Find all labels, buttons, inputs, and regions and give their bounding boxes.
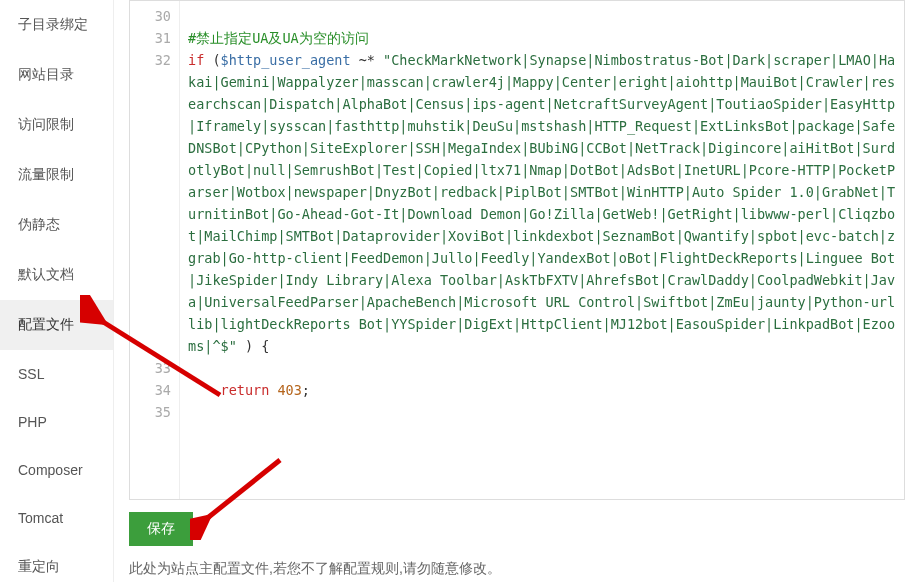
code-line: return 403; [188,379,896,401]
config-editor[interactable]: 303132333435 #禁止指定UA及UA为空的访问if ($http_us… [129,0,905,500]
code-line: if ($http_user_agent ~* "CheckMarkNetwor… [188,49,896,357]
code-line [188,5,896,27]
sidebar-item-composer[interactable]: Composer [0,446,113,494]
code-line: #禁止指定UA及UA为空的访问 [188,27,896,49]
sidebar-item-config-file[interactable]: 配置文件 [0,300,113,350]
line-number: 33 [130,357,171,379]
sidebar-item-redirect[interactable]: 重定向 [0,542,113,582]
line-number: 31 [130,27,171,49]
sidebar-item-traffic-limit[interactable]: 流量限制 [0,150,113,200]
line-number: 32 [130,49,171,357]
sidebar: 子目录绑定 网站目录 访问限制 流量限制 伪静态 默认文档 配置文件 SSL P… [0,0,114,582]
line-numbers: 303132333435 [130,1,180,499]
sidebar-item-site-dir[interactable]: 网站目录 [0,50,113,100]
line-number: 34 [130,379,171,401]
line-number: 30 [130,5,171,27]
sidebar-item-subdir-bind[interactable]: 子目录绑定 [0,0,113,50]
sidebar-item-php[interactable]: PHP [0,398,113,446]
sidebar-item-rewrite[interactable]: 伪静态 [0,200,113,250]
sidebar-item-tomcat[interactable]: Tomcat [0,494,113,542]
note-text: 此处为站点主配置文件,若您不了解配置规则,请勿随意修改。 [129,560,905,578]
sidebar-item-access-limit[interactable]: 访问限制 [0,100,113,150]
save-button[interactable]: 保存 [129,512,193,546]
line-number: 35 [130,401,171,423]
sidebar-item-ssl[interactable]: SSL [0,350,113,398]
sidebar-item-default-doc[interactable]: 默认文档 [0,250,113,300]
code-line [188,401,896,423]
code-area[interactable]: #禁止指定UA及UA为空的访问if ($http_user_agent ~* "… [180,1,904,499]
code-line [188,357,896,379]
main-content: 303132333435 #禁止指定UA及UA为空的访问if ($http_us… [114,0,920,582]
